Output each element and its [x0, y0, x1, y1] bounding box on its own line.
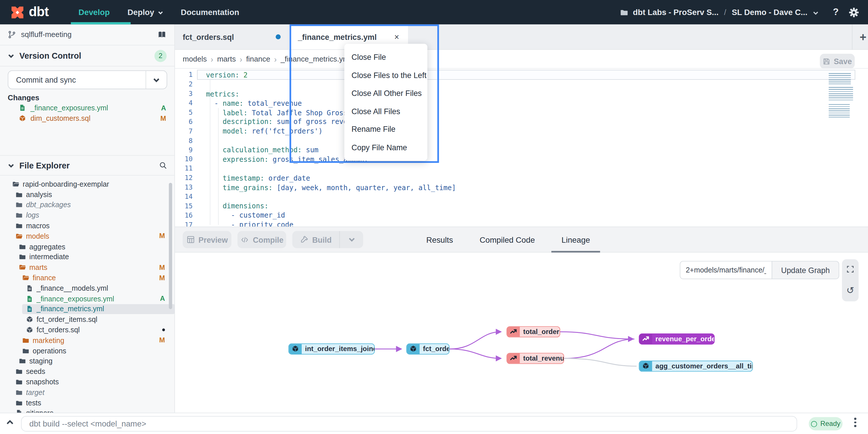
chevron-up-icon[interactable]	[5, 418, 14, 427]
tree-item-finance-models-yml[interactable]: _finance__models.yml	[0, 283, 175, 294]
breadcrumb-finance[interactable]: finance	[246, 55, 270, 63]
status-badge: A	[161, 104, 166, 112]
reset-view-icon[interactable]: ↺	[846, 286, 854, 295]
tree-item-operations[interactable]: operations	[0, 346, 175, 356]
changed-file-dim-customers[interactable]: dim_customers.sql M	[0, 113, 175, 123]
tree-item-aggregates[interactable]: aggregates	[0, 241, 175, 252]
version-control-header[interactable]: Version Control 2	[0, 46, 175, 66]
branch-name[interactable]: sqlfluff-meeting	[21, 30, 72, 39]
breadcrumb-models[interactable]: models	[183, 55, 207, 63]
nav-documentation[interactable]: Documentation	[172, 0, 248, 24]
new-tab-button[interactable]: +	[855, 29, 868, 46]
tree-item-dbt-packages[interactable]: dbt_packages	[0, 200, 175, 210]
account-name[interactable]: dbt Labs - ProServ S...	[633, 8, 719, 17]
folder-icon	[16, 201, 23, 209]
menu-item-close-files-left[interactable]: Close Files to the Left	[344, 66, 427, 84]
update-graph-button[interactable]: Update Graph	[772, 261, 839, 279]
menu-item-rename-file[interactable]: Rename File	[344, 120, 427, 138]
menu-item-close-file[interactable]: Close File	[344, 48, 427, 66]
status-badge: M	[159, 232, 165, 240]
folder-open-icon	[22, 274, 29, 282]
build-button[interactable]: Build	[292, 231, 339, 248]
tree-item-finance-exposures-yml[interactable]: _finance_exposures.yml A	[0, 294, 175, 304]
tree-item-seeds[interactable]: seeds	[0, 366, 175, 377]
file-explorer-header[interactable]: File Explorer	[0, 155, 175, 176]
commit-and-sync-button[interactable]: Commit and sync	[8, 70, 167, 89]
fullscreen-icon[interactable]	[846, 265, 854, 273]
status-badge: A	[160, 295, 165, 302]
menu-item-close-all[interactable]: Close All Files	[344, 102, 427, 120]
lineage-node-revenue-per-order[interactable]: revenue_per_order	[639, 334, 715, 344]
tree-item-target[interactable]: target	[0, 387, 175, 398]
tree-item-finance-metrics-yml[interactable]: _finance_metrics.yml	[22, 304, 175, 314]
tree-item-marts[interactable]: marts M	[0, 262, 175, 273]
lineage-filter-input[interactable]	[680, 261, 772, 279]
tab-fct-orders-sql[interactable]: fct_orders.sql	[175, 24, 289, 49]
editor-minimap[interactable]	[829, 73, 854, 120]
lineage-node-total-revenue[interactable]: total_revenue	[506, 353, 564, 364]
changes-title: Changes	[8, 94, 39, 102]
tree-item-fct-order-items-sql[interactable]: fct_order_items.sql	[0, 314, 175, 325]
lineage-node-fct-orders[interactable]: fct_orders	[406, 344, 450, 354]
gear-icon[interactable]	[849, 7, 859, 17]
tree-item-gitignore[interactable]: gitignore	[0, 408, 175, 413]
tree-item-models[interactable]: models M	[0, 231, 175, 241]
compile-button[interactable]: Compile	[237, 231, 286, 248]
folder-icon	[16, 399, 23, 407]
lineage-node-total-orders[interactable]: total_orders	[506, 326, 560, 337]
tree-item-tests[interactable]: tests	[0, 398, 175, 408]
code-line: 15 dimensions:	[175, 201, 868, 211]
code-line: 2	[175, 80, 868, 89]
tree-item-macros[interactable]: macros	[0, 221, 175, 231]
code-line: 9 calculation_method: sum	[175, 145, 868, 154]
model-cube-icon	[26, 326, 33, 334]
menu-item-close-all-other[interactable]: Close All Other Files	[344, 84, 427, 102]
tree-item-finance[interactable]: finance M	[0, 273, 175, 283]
tree-item-intermediate[interactable]: intermediate	[0, 252, 175, 262]
file-tree-scrollbar[interactable]	[169, 183, 173, 309]
dbt-logo[interactable]: dbt	[10, 5, 49, 20]
tree-item-marketing[interactable]: marketing M	[0, 335, 175, 346]
command-bar: Ready	[0, 413, 868, 434]
file-tree: rapid-onboarding-exemplar analysis dbt_p…	[0, 176, 175, 413]
branch-row: sqlfluff-meeting	[0, 24, 175, 46]
menu-item-copy-file-name[interactable]: Copy File Name	[344, 138, 427, 156]
nav-develop[interactable]: Develop	[70, 0, 119, 24]
code-editor[interactable]: 1version: 2 2 3metrics: 4 - name: total_…	[175, 69, 868, 227]
lineage-controls: ↺	[842, 259, 859, 301]
changed-file-finance-exposures[interactable]: _finance_exposures.yml A	[0, 103, 175, 113]
tree-item-fct-orders-sql[interactable]: fct_orders.sql	[0, 325, 175, 335]
search-icon[interactable]	[159, 161, 167, 170]
breadcrumb-marts[interactable]: marts	[217, 55, 236, 63]
tree-item-logs[interactable]: logs	[0, 210, 175, 221]
close-icon[interactable]: ×	[394, 33, 399, 41]
docs-book-icon[interactable]	[157, 30, 166, 39]
code-line: 13 time_grains: [day, week, month, quart…	[175, 183, 868, 192]
help-icon[interactable]: ?	[833, 7, 839, 18]
folder-icon	[19, 243, 26, 250]
save-button[interactable]: Save	[820, 54, 855, 69]
yaml-file-icon	[26, 285, 33, 292]
dbt-command-input[interactable]	[21, 416, 797, 432]
nav-deploy[interactable]: Deploy	[119, 0, 172, 24]
tree-item-snapshots[interactable]: snapshots	[0, 377, 175, 387]
preview-button[interactable]: Preview	[183, 231, 231, 248]
project-name[interactable]: SL Demo - Dave C...	[732, 8, 807, 17]
tab-compiled-code[interactable]: Compiled Code	[479, 227, 535, 252]
editor-region: fct_orders.sql _finance_metrics.yml × + …	[175, 24, 868, 413]
build-options-button[interactable]	[339, 231, 363, 248]
tree-item-staging[interactable]: staging	[0, 356, 175, 366]
tree-item-analysis[interactable]: analysis	[0, 189, 175, 200]
tab-context-menu: Close File Close Files to the Left Close…	[344, 44, 427, 161]
tab-lineage[interactable]: Lineage	[562, 227, 590, 252]
tab-results[interactable]: Results	[426, 227, 453, 252]
main-nav: Develop Deploy Documentation	[70, 0, 248, 24]
unsaved-changes-dot	[276, 34, 281, 39]
lineage-node-int-order-items-joined[interactable]: int_order_items_joined	[288, 344, 375, 354]
tree-item-rapid-onboarding-exemplar[interactable]: rapid-onboarding-exemplar	[0, 179, 175, 189]
breadcrumb-file[interactable]: _finance_metrics.yml	[281, 55, 351, 63]
commit-options-button[interactable]	[146, 71, 166, 88]
chevron-down-icon[interactable]	[812, 10, 818, 16]
lineage-node-agg-customer-orders-all-time[interactable]: agg_customer_orders__all_time	[639, 360, 753, 371]
kebab-menu-icon[interactable]	[854, 417, 856, 427]
